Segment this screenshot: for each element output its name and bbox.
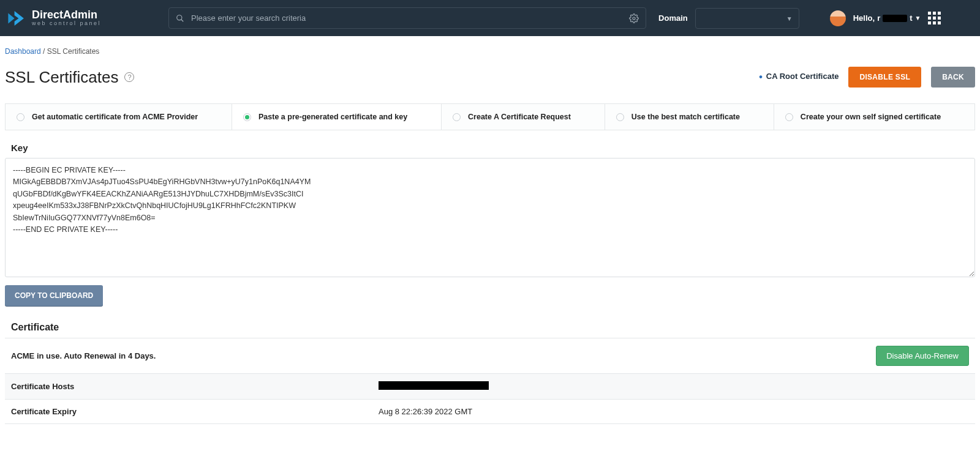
domain-select[interactable]: ▼: [695, 8, 799, 29]
tab-best-match[interactable]: Use the best match certificate: [605, 104, 774, 130]
svg-line-1: [181, 19, 184, 21]
table-row: ACME in use. Auto Renewal in 4 Days. Dis…: [5, 338, 975, 374]
table-row: Certificate Expiry Aug 8 22:26:39 2022 G…: [5, 400, 975, 424]
content: Dashboard / SSL Certificates SSL Certifi…: [0, 36, 980, 442]
key-label: Key: [11, 143, 975, 153]
back-button[interactable]: BACK: [931, 67, 975, 88]
apps-grid-icon[interactable]: [928, 12, 941, 24]
logo-sub: web control panel: [32, 21, 101, 27]
logo[interactable]: DirectAdmin web control panel: [6, 8, 101, 29]
disable-auto-renew-button[interactable]: Disable Auto-Renew: [876, 346, 969, 366]
breadcrumb-current: SSL Certificates: [47, 47, 100, 56]
domain-label: Domain: [658, 13, 688, 23]
cert-table: ACME in use. Auto Renewal in 4 Days. Dis…: [5, 338, 975, 424]
table-row: Certificate Hosts: [5, 374, 975, 400]
title-row: SSL Certificates ? CA Root Certificate D…: [5, 67, 975, 88]
logo-text: DirectAdmin web control panel: [32, 9, 101, 28]
ssl-method-tabs: Get automatic certificate from ACME Prov…: [5, 103, 975, 130]
cert-label: Certificate: [11, 322, 975, 333]
cert-expiry-label: Certificate Expiry: [11, 407, 379, 416]
tab-create-csr[interactable]: Create A Certificate Request: [441, 104, 605, 130]
breadcrumb: Dashboard / SSL Certificates: [5, 41, 975, 67]
logo-main: DirectAdmin: [32, 9, 101, 21]
title-actions: CA Root Certificate DISABLE SSL BACK: [759, 67, 975, 88]
copy-to-clipboard-button[interactable]: COPY TO CLIPBOARD: [5, 285, 103, 306]
radio-icon: [243, 113, 251, 121]
cert-hosts-label: Certificate Hosts: [11, 382, 379, 391]
radio-icon: [616, 113, 624, 121]
domain-wrap: Domain ▼: [658, 8, 799, 29]
radio-icon: [17, 113, 24, 121]
radio-icon: [785, 113, 793, 121]
username-redacted: [883, 15, 907, 22]
key-textarea[interactable]: [5, 158, 975, 277]
hosts-redacted: [379, 381, 489, 390]
chevron-down-icon: ▼: [915, 15, 921, 21]
disable-ssl-button[interactable]: DISABLE SSL: [848, 67, 921, 88]
tab-self-signed[interactable]: Create your own self signed certificate: [774, 104, 974, 130]
cert-expiry-value: Aug 8 22:26:39 2022 GMT: [379, 407, 969, 416]
search-wrap: [168, 7, 646, 29]
tab-acme-auto[interactable]: Get automatic certificate from ACME Prov…: [5, 104, 232, 130]
cert-hosts-value: [379, 381, 969, 392]
search-input[interactable]: [168, 7, 646, 29]
page-title: SSL Certificates: [5, 68, 118, 87]
tab-paste-cert[interactable]: Paste a pre-generated certificate and ke…: [232, 104, 441, 130]
ca-root-link[interactable]: CA Root Certificate: [759, 72, 839, 83]
acme-status: ACME in use. Auto Renewal in 4 Days.: [11, 351, 379, 360]
help-icon[interactable]: ?: [124, 72, 134, 82]
gear-icon[interactable]: [629, 13, 639, 23]
top-header: DirectAdmin web control panel Domain ▼ H…: [0, 0, 980, 36]
user-menu[interactable]: Hello, rt ▼: [830, 10, 941, 26]
breadcrumb-dashboard[interactable]: Dashboard: [5, 47, 41, 56]
radio-icon: [453, 113, 461, 121]
avatar: [830, 10, 846, 26]
hello-text: Hello, rt ▼: [853, 13, 921, 23]
svg-point-2: [633, 17, 635, 20]
svg-point-0: [177, 15, 182, 20]
search-icon: [176, 14, 184, 23]
title-left: SSL Certificates ?: [5, 68, 134, 87]
logo-icon: [6, 8, 27, 29]
chevron-down-icon: ▼: [786, 15, 793, 21]
